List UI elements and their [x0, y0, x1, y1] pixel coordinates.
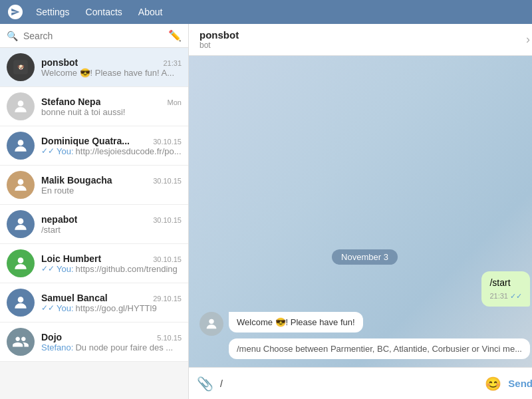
chat-info: Loic Humbert 30.10.15 ✓✓You: https://git… [41, 253, 182, 274]
chat-time: 30.10.15 [153, 255, 182, 263]
svg-point-9 [209, 319, 213, 324]
search-input[interactable] [23, 31, 163, 41]
chat-time: 30.10.15 [153, 138, 182, 146]
chat-avatar [7, 210, 35, 238]
chat-time: Mon [168, 98, 182, 106]
send-button[interactable]: Send [508, 378, 532, 389]
chat-info: Dominique Quatra... 30.10.15 ✓✓You: http… [41, 136, 182, 156]
emoji-icon[interactable]: 😊 [485, 376, 501, 392]
svg-point-6 [18, 218, 24, 224]
main-layout: 🔍 ✏️ 🐶 ponsbot 21:31 Welcome 😎! Please h… [0, 24, 532, 399]
topbar: Settings Contacts About [0, 0, 532, 24]
svg-text:🐶: 🐶 [17, 63, 25, 71]
chat-main: ponsbot bot › November 3 /start 21:31 ✓✓ [189, 24, 532, 399]
chat-time: 30.10.15 [153, 216, 182, 224]
chat-time: 29.10.15 [153, 295, 182, 303]
chat-name: Stefano Nepa [41, 96, 100, 107]
compose-icon[interactable]: ✏️ [168, 29, 182, 42]
chat-name: Dojo [41, 332, 62, 342]
chat-info: Samuel Bancal 29.10.15 ✓✓You: https://go… [41, 293, 182, 313]
chat-avatar: 🐶 [7, 53, 35, 81]
chat-list-item[interactable]: Dojo 5.10.15 Stefano: Du node pour faire… [0, 323, 188, 362]
chat-avatar [7, 328, 35, 356]
svg-point-8 [18, 297, 24, 303]
chat-list-item[interactable]: Loic Humbert 30.10.15 ✓✓You: https://git… [0, 244, 188, 283]
chat-list-item[interactable]: Dominique Quatra... 30.10.15 ✓✓You: http… [0, 126, 188, 166]
chat-name-row: ponsbot 21:31 [41, 57, 182, 68]
chat-name-row: Stefano Nepa Mon [41, 96, 182, 107]
chat-list-item[interactable]: Samuel Bancal 29.10.15 ✓✓You: https://go… [0, 283, 188, 323]
expand-chat-icon[interactable]: › [526, 33, 530, 47]
chat-preview: ✓✓You: https://github.com/trending [41, 264, 182, 274]
chat-list: 🐶 ponsbot 21:31 Welcome 😎! Please have f… [0, 48, 188, 399]
chat-list-item[interactable]: nepabot 30.10.15 /start [0, 205, 188, 244]
chat-name: Loic Humbert [41, 253, 101, 264]
chat-info: ponsbot 21:31 Welcome 😎! Please have fun… [41, 57, 182, 78]
chat-info: Malik Bougacha 30.10.15 En route [41, 175, 182, 196]
chat-time: 5.10.15 [157, 334, 182, 342]
chat-name-row: nepabot 30.10.15 [41, 214, 182, 225]
search-icon: 🔍 [7, 31, 18, 41]
bot-menu-bubble: /menu Choose between Parmentier, BC, Atl… [229, 338, 530, 359]
chat-preview: ✓✓You: http://lesjoiesducode.fr/po... [41, 146, 182, 156]
sidebar: 🔍 ✏️ 🐶 ponsbot 21:31 Welcome 😎! Please h… [0, 24, 189, 399]
chat-avatar [7, 132, 35, 160]
outgoing-message: /start 21:31 ✓✓ [200, 271, 530, 307]
chat-name-row: Malik Bougacha 30.10.15 [41, 175, 182, 186]
chat-avatar [7, 92, 35, 120]
chat-name-row: Samuel Bancal 29.10.15 [41, 293, 182, 303]
message-bubble-outgoing: /start 21:31 ✓✓ [481, 271, 530, 307]
chat-list-item[interactable]: Malik Bougacha 30.10.15 En route [0, 166, 188, 205]
app-logo [8, 5, 23, 19]
chat-name-row: Loic Humbert 30.10.15 [41, 253, 182, 264]
bot-avatar [200, 312, 223, 336]
chat-info: Dojo 5.10.15 Stefano: Du node pour faire… [41, 332, 182, 352]
date-badge: November 3 [332, 249, 398, 265]
chat-name: Dominique Quatra... [41, 136, 130, 146]
bot-message-row-welcome: Welcome 😎! Please have fun! [200, 312, 530, 336]
chat-contact-name: ponsbot [200, 29, 239, 41]
chat-time: 21:31 [163, 59, 182, 67]
messages-area: November 3 /start 21:31 ✓✓ Welcome 😎! Pl… [189, 56, 532, 367]
search-bar: 🔍 ✏️ [0, 24, 188, 48]
chat-header: ponsbot bot › [189, 24, 532, 56]
message-text: /start [489, 277, 522, 290]
bot-welcome-bubble: Welcome 😎! Please have fun! [229, 312, 363, 332]
chat-list-item[interactable]: 🐶 ponsbot 21:31 Welcome 😎! Please have f… [0, 48, 188, 87]
input-bar: 📎 😊 Send [189, 367, 532, 399]
chat-info: nepabot 30.10.15 /start [41, 214, 182, 235]
chat-time: 30.10.15 [153, 177, 182, 185]
chat-header-info: ponsbot bot [200, 29, 239, 50]
chat-preview: Welcome 😎! Please have fun! A... [41, 68, 182, 78]
chat-name: ponsbot [41, 57, 78, 68]
message-input[interactable] [220, 378, 478, 389]
chat-preview: /start [41, 225, 182, 235]
message-check-icon: ✓✓ [510, 291, 522, 301]
svg-point-5 [18, 179, 24, 185]
chat-name: Samuel Bancal [41, 293, 108, 303]
message-time: 21:31 [489, 291, 508, 301]
chat-list-item[interactable]: Stefano Nepa Mon bonne nuit à toi aussi! [0, 87, 188, 126]
svg-point-3 [18, 100, 24, 106]
chat-name-row: Dojo 5.10.15 [41, 332, 182, 342]
chat-avatar [7, 249, 35, 277]
svg-point-7 [18, 257, 24, 263]
message-meta: 21:31 ✓✓ [489, 291, 522, 301]
chat-info: Stefano Nepa Mon bonne nuit à toi aussi! [41, 96, 182, 117]
chat-avatar [7, 289, 35, 317]
about-nav[interactable]: About [132, 4, 170, 20]
attach-icon[interactable]: 📎 [197, 376, 213, 392]
settings-nav[interactable]: Settings [29, 4, 76, 20]
chat-preview: bonne nuit à toi aussi! [41, 107, 182, 117]
chat-preview: ✓✓You: https://goo.gl/HYTTl9 [41, 303, 182, 313]
chat-contact-status: bot [200, 41, 239, 50]
chat-avatar [7, 171, 35, 199]
chat-name-row: Dominique Quatra... 30.10.15 [41, 136, 182, 146]
chat-preview: Stefano: Du node pour faire des ... [41, 342, 182, 352]
chat-preview: En route [41, 186, 182, 196]
chat-name: nepabot [41, 214, 77, 225]
chat-name: Malik Bougacha [41, 175, 112, 186]
contacts-nav[interactable]: Contacts [79, 4, 129, 20]
svg-point-4 [18, 140, 24, 146]
